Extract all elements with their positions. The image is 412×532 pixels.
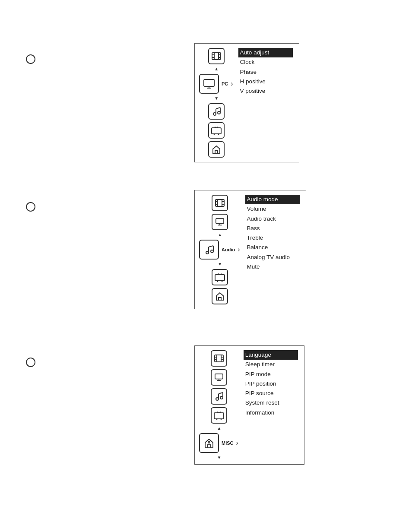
icon-column-pc: ▲ PC › ▼ xyxy=(199,48,234,158)
menu-item-mute: Mute xyxy=(245,262,300,272)
menu-item-language: Language xyxy=(244,350,298,360)
svg-point-63 xyxy=(208,441,210,443)
music-icon-1 xyxy=(208,103,225,120)
chevron-down-misc: ▼ xyxy=(217,456,221,460)
menu-item-balance: Balance xyxy=(245,243,300,252)
svg-rect-7 xyxy=(204,79,214,86)
icon-column-audio: ▲ Audio › ▼ xyxy=(199,195,241,304)
house-icon-1 xyxy=(208,141,225,158)
svg-rect-42 xyxy=(215,355,223,362)
menu-item-phase: Phase xyxy=(238,67,293,77)
pc-icon-row: PC › xyxy=(199,74,234,94)
svg-rect-49 xyxy=(215,374,223,379)
bullet-3 xyxy=(26,358,35,367)
tv-icon-1 xyxy=(208,122,225,139)
tv-icon-2 xyxy=(212,269,228,285)
chevron-up-misc: ▲ xyxy=(217,426,221,431)
svg-rect-15 xyxy=(212,128,221,134)
menu-item-treble: Treble xyxy=(245,233,300,243)
svg-rect-36 xyxy=(215,275,225,281)
bullet-2 xyxy=(26,202,35,212)
menu-item-auto-adjust: Auto adjust xyxy=(238,48,293,57)
chevron-down-audio: ▼ xyxy=(218,262,222,266)
svg-rect-0 xyxy=(212,53,221,60)
menu-items-misc: Language Sleep timer PIP mode PIP positi… xyxy=(242,350,298,460)
misc-icon-row: MISC › xyxy=(199,433,239,453)
tv-icon-3 xyxy=(211,407,227,424)
menu-item-system-reset: System reset xyxy=(244,398,298,408)
audio-icon xyxy=(199,240,219,260)
svg-rect-28 xyxy=(216,218,224,224)
monitor-icon-2 xyxy=(212,214,228,230)
svg-line-14 xyxy=(216,108,220,109)
menu-item-audio-mode: Audio mode xyxy=(245,195,300,204)
menu-items-pc: Auto adjust Clock Phase H positive V pos… xyxy=(237,48,293,158)
menu-item-pip-mode: PIP mode xyxy=(244,370,298,379)
audio-label: Audio xyxy=(222,247,235,252)
menu-item-bass: Bass xyxy=(245,224,300,233)
menu-item-pip-source: PIP source xyxy=(244,389,298,398)
bullet-1 xyxy=(26,54,35,64)
film-icon-3 xyxy=(211,350,227,367)
menu-item-information: Information xyxy=(244,408,298,418)
menu-item-pip-position: PIP position xyxy=(244,379,298,389)
menu-item-sleep-timer: Sleep timer xyxy=(244,360,298,369)
pc-icon xyxy=(199,74,219,94)
menu-items-audio: Audio mode Volume Audio track Bass Trebl… xyxy=(244,195,300,304)
music-icon-3 xyxy=(211,388,227,405)
osd-menu-pc: ▲ PC › ▼ xyxy=(194,43,299,162)
menu-item-clock: Clock xyxy=(238,57,293,67)
pc-label: PC xyxy=(222,81,228,86)
monitor-icon-3 xyxy=(211,369,227,386)
house-icon-2 xyxy=(212,288,228,304)
svg-line-35 xyxy=(209,246,213,247)
svg-rect-57 xyxy=(214,413,224,419)
svg-rect-21 xyxy=(216,200,224,206)
audio-icon-row: Audio › xyxy=(199,240,241,260)
svg-line-56 xyxy=(219,393,223,394)
chevron-up-audio: ▲ xyxy=(218,233,222,237)
menu-item-hpositive: H positive xyxy=(238,77,293,86)
svg-rect-62 xyxy=(207,445,211,448)
film-icon-2 xyxy=(212,195,228,211)
chevron-up-pc: ▲ xyxy=(214,67,219,71)
osd-menu-misc: ▲ MISC › ▼ Language Sleep timer PIP mode… xyxy=(194,345,304,465)
audio-arrow: › xyxy=(238,246,240,253)
chevron-down-pc: ▼ xyxy=(214,96,219,101)
osd-menu-audio: ▲ Audio › ▼ xyxy=(194,190,306,309)
svg-rect-20 xyxy=(215,151,218,153)
svg-rect-41 xyxy=(219,298,221,300)
misc-arrow: › xyxy=(236,439,238,447)
icon-column-misc: ▲ MISC › ▼ xyxy=(199,350,239,460)
menu-item-volume: Volume xyxy=(245,204,300,214)
menu-item-vpositive: V positive xyxy=(238,86,293,96)
misc-icon xyxy=(199,433,219,453)
misc-label: MISC xyxy=(222,440,234,446)
pc-arrow: › xyxy=(231,80,233,88)
menu-item-audio-track: Audio track xyxy=(245,214,300,224)
film-icon xyxy=(208,48,225,64)
menu-item-analog-tv-audio: Analog TV audio xyxy=(245,253,300,262)
